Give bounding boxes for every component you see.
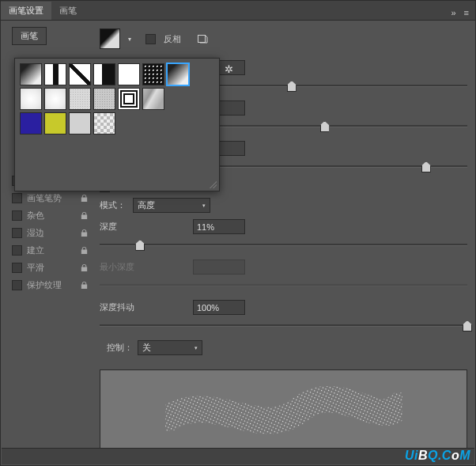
brush-tip-button[interactable]: 画笔 bbox=[12, 27, 47, 45]
texture-tile[interactable] bbox=[44, 88, 66, 110]
tab-brush[interactable]: 画笔 bbox=[51, 2, 85, 20]
texture-picker-popup: ✲ bbox=[14, 58, 220, 191]
texture-tile[interactable] bbox=[142, 88, 164, 110]
min-depth-label: 最小深度 bbox=[100, 261, 193, 273]
jitter-label: 深度抖动 bbox=[100, 301, 193, 313]
texture-tile[interactable] bbox=[20, 88, 42, 110]
texture-tile[interactable] bbox=[93, 88, 115, 110]
watermark: UiBQ.CoM bbox=[405, 449, 470, 462]
texture-tile[interactable] bbox=[93, 63, 115, 85]
texture-tile[interactable] bbox=[142, 63, 164, 85]
texture-tile[interactable] bbox=[20, 63, 42, 85]
depth-slider[interactable] bbox=[100, 237, 467, 252]
option-label: 建立 bbox=[27, 244, 44, 256]
texture-tile[interactable] bbox=[69, 63, 91, 85]
option-label: 画笔笔势 bbox=[27, 192, 62, 204]
texture-tile[interactable] bbox=[118, 88, 140, 110]
checkbox[interactable] bbox=[12, 263, 22, 273]
texture-tile[interactable] bbox=[118, 63, 140, 85]
chevron-down-icon: ▾ bbox=[195, 345, 198, 351]
checkbox[interactable] bbox=[12, 210, 22, 221]
lock-icon[interactable] bbox=[80, 229, 89, 237]
checkbox[interactable] bbox=[12, 245, 22, 256]
option-label: 平滑 bbox=[27, 262, 44, 274]
control-label: 控制： bbox=[100, 342, 133, 354]
chevron-down-icon: ▾ bbox=[202, 203, 206, 209]
min-depth-value bbox=[193, 260, 245, 275]
mode-label: 模式： bbox=[100, 199, 133, 211]
tab-brush-settings[interactable]: 画笔设置 bbox=[1, 2, 51, 20]
svg-rect-0 bbox=[198, 36, 206, 43]
panel-menu-icon[interactable]: ≡ bbox=[464, 8, 469, 17]
texture-tile-selected[interactable] bbox=[167, 63, 189, 85]
panel-footer bbox=[2, 448, 474, 464]
gear-icon[interactable]: ✲ bbox=[225, 63, 233, 75]
tab-bar: 画笔设置 画笔 » ≡ bbox=[1, 1, 475, 21]
lock-icon[interactable] bbox=[80, 194, 89, 203]
texture-tile[interactable] bbox=[69, 88, 91, 110]
depth-label: 深度 bbox=[100, 221, 193, 233]
brightness-slider[interactable] bbox=[193, 119, 467, 133]
lock-icon[interactable] bbox=[80, 263, 89, 272]
option-label: 杂色 bbox=[27, 210, 44, 222]
lock-icon[interactable] bbox=[80, 246, 89, 255]
checkbox[interactable] bbox=[12, 228, 22, 238]
mode-select[interactable]: 高度▾ bbox=[133, 198, 210, 213]
option-label: 湿边 bbox=[27, 227, 44, 239]
option-label: 保护纹理 bbox=[27, 279, 62, 291]
min-depth-slider bbox=[100, 278, 467, 292]
resize-handle-icon[interactable] bbox=[209, 180, 217, 188]
lock-icon[interactable] bbox=[80, 211, 89, 220]
contrast-slider[interactable] bbox=[193, 159, 467, 173]
invert-checkbox[interactable] bbox=[145, 34, 156, 44]
texture-tile[interactable] bbox=[44, 112, 66, 134]
texture-swatch[interactable] bbox=[100, 28, 120, 49]
control-select[interactable]: 关▾ bbox=[138, 340, 202, 355]
brush-settings-panel: 画笔设置 画笔 » ≡ 画笔 传递 画笔笔势 杂色 湿边 建立 平滑 保护纹理 … bbox=[0, 0, 476, 466]
invert-label: 反相 bbox=[164, 33, 181, 45]
scale-slider[interactable] bbox=[193, 78, 467, 93]
texture-grid bbox=[20, 63, 214, 134]
collapse-icon[interactable]: » bbox=[451, 8, 455, 17]
checkbox[interactable] bbox=[12, 193, 22, 203]
texture-tile[interactable] bbox=[44, 63, 66, 85]
checkbox[interactable] bbox=[12, 280, 22, 290]
texture-tile[interactable] bbox=[93, 112, 115, 134]
jitter-value[interactable]: 100% bbox=[193, 300, 245, 315]
texture-picker-dropdown[interactable]: ▾ bbox=[125, 29, 134, 48]
lock-icon[interactable] bbox=[80, 281, 89, 290]
depth-value[interactable]: 11% bbox=[193, 219, 245, 234]
texture-tile[interactable] bbox=[69, 112, 91, 134]
create-new-icon[interactable] bbox=[197, 34, 208, 44]
brush-preview bbox=[100, 369, 467, 458]
jitter-slider[interactable] bbox=[100, 318, 467, 332]
texture-tile[interactable] bbox=[20, 112, 42, 134]
